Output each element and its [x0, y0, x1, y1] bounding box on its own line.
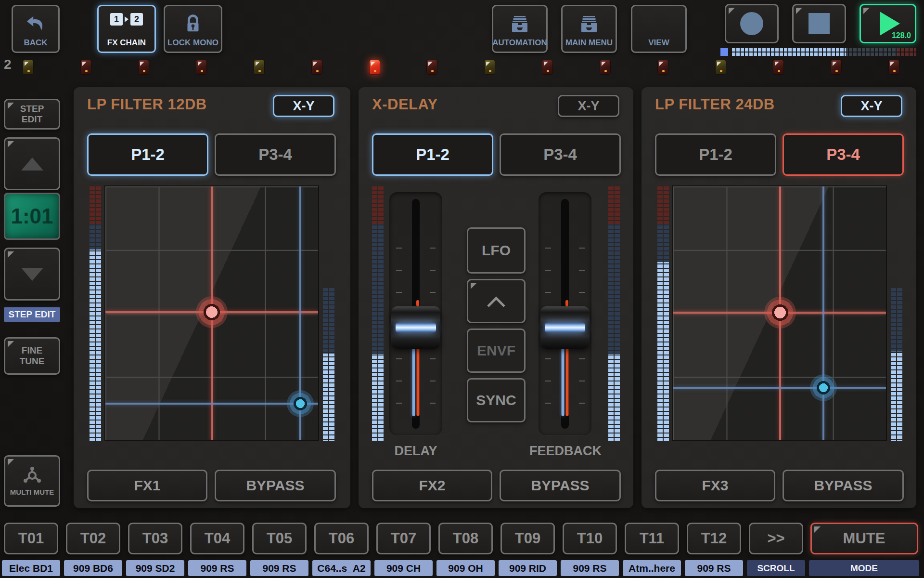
- track-sample-chip[interactable]: 909 SD2: [126, 560, 184, 576]
- panel1-p12-button[interactable]: P1-2: [87, 133, 208, 176]
- track-button[interactable]: T04: [190, 523, 244, 554]
- automation-label: AUTOMATION: [492, 38, 547, 48]
- track-cell: T02 909 BD6: [64, 523, 122, 576]
- track-led[interactable]: [484, 60, 495, 75]
- view-button[interactable]: VIEW: [631, 5, 687, 53]
- fx-panel-3: LP FILTER 24DB X-Y P1-2 P3-4 FX3 BYP: [642, 87, 916, 508]
- multi-mute-button[interactable]: MULTI MUTE: [4, 455, 60, 507]
- panel3-xy-button[interactable]: X-Y: [841, 95, 902, 117]
- blue-puck[interactable]: [810, 374, 837, 401]
- fx-chain-label: FX CHAIN: [107, 38, 146, 48]
- track-led[interactable]: [311, 60, 322, 75]
- track-button[interactable]: T10: [563, 523, 617, 554]
- envf-button[interactable]: ENVF: [467, 328, 526, 373]
- panel1-bypass-button[interactable]: BYPASS: [215, 470, 336, 501]
- feedback-slider[interactable]: [539, 192, 591, 435]
- lfo-button[interactable]: LFO: [467, 227, 526, 274]
- track-led[interactable]: [138, 60, 149, 75]
- track-led[interactable]: [600, 60, 611, 75]
- fine-tune-button[interactable]: FINE TUNE: [4, 337, 60, 375]
- panel2-xy-button[interactable]: X-Y: [558, 95, 619, 117]
- track-led[interactable]: [715, 60, 726, 75]
- feedback-slider-handle[interactable]: [540, 306, 590, 349]
- position-strip[interactable]: [720, 48, 916, 56]
- track-sample-chip[interactable]: 909 OH: [436, 560, 495, 576]
- track-led[interactable]: [888, 60, 899, 75]
- panel2-bypass-button[interactable]: BYPASS: [500, 470, 621, 501]
- track-led[interactable]: [196, 60, 207, 75]
- panel3-fx-button[interactable]: FX3: [655, 470, 775, 501]
- track-led[interactable]: [369, 60, 380, 75]
- sync-button[interactable]: SYNC: [467, 378, 526, 422]
- track-sample-chip[interactable]: Atm..here: [623, 560, 681, 576]
- lock-mono-button[interactable]: LOCK MONO: [164, 5, 222, 53]
- track-sample-chip[interactable]: C64..s_A2: [312, 560, 371, 576]
- step-edit-label: STEP EDIT: [15, 104, 49, 125]
- back-arrow-icon: [13, 13, 58, 35]
- scroll-right-button[interactable]: >>: [749, 523, 803, 554]
- red-puck[interactable]: [764, 297, 796, 328]
- slider-value-lines: [562, 348, 569, 416]
- pattern-number: 2: [4, 57, 12, 72]
- panel3-p12-button[interactable]: P1-2: [655, 133, 776, 176]
- stop-button[interactable]: [792, 4, 846, 43]
- track-led[interactable]: [542, 60, 553, 75]
- lfo-shape-button[interactable]: [467, 279, 526, 323]
- track-button[interactable]: T08: [438, 523, 493, 554]
- mute-button[interactable]: MUTE: [810, 523, 918, 554]
- track-button[interactable]: T05: [252, 523, 307, 554]
- panel1-xy-button[interactable]: X-Y: [273, 95, 334, 117]
- panel2-fx-button[interactable]: FX2: [372, 470, 492, 501]
- panel3-xy-pad[interactable]: [672, 185, 887, 441]
- arrow-down-icon: [21, 268, 43, 281]
- track-led[interactable]: [657, 60, 668, 75]
- play-button[interactable]: 128.0: [860, 4, 916, 43]
- track-sample-chip[interactable]: Elec BD1: [2, 560, 60, 576]
- panel1-p34-button[interactable]: P3-4: [215, 133, 336, 176]
- track-button[interactable]: T06: [314, 523, 369, 554]
- record-button[interactable]: [725, 4, 779, 43]
- panel1-fx-button[interactable]: FX1: [87, 470, 207, 501]
- track-button[interactable]: T03: [128, 523, 182, 554]
- back-button[interactable]: BACK: [12, 5, 60, 53]
- track-sample-chip[interactable]: 909 RS: [250, 560, 308, 576]
- track-button[interactable]: T01: [4, 523, 58, 554]
- multi-mute-icon: [21, 466, 44, 486]
- fx-chain-button[interactable]: 12 FX CHAIN: [97, 5, 156, 53]
- mode-chip: MODE: [809, 560, 919, 576]
- feedback-label: FEEDBACK: [503, 444, 628, 459]
- main-menu-button[interactable]: MAIN MENU: [561, 5, 617, 53]
- triangle-wave-icon: [485, 293, 508, 309]
- track-sample-chip[interactable]: 909 RID: [499, 560, 557, 576]
- panel2-p34-button[interactable]: P3-4: [500, 133, 621, 176]
- scroll-cell: >> SCROLL: [747, 523, 805, 576]
- track-button[interactable]: T02: [66, 523, 120, 554]
- track-led[interactable]: [426, 60, 437, 75]
- step-down-button[interactable]: [4, 248, 60, 301]
- track-sample-chip[interactable]: 909 RS: [561, 560, 619, 576]
- delay-slider[interactable]: [389, 192, 442, 435]
- panel3-p34-button[interactable]: P3-4: [783, 133, 904, 176]
- track-sample-chip[interactable]: 909 RS: [188, 560, 246, 576]
- track-led[interactable]: [254, 60, 265, 75]
- track-sample-chip[interactable]: 909 RS: [685, 560, 743, 576]
- track-button[interactable]: T07: [376, 523, 431, 554]
- track-button[interactable]: T11: [625, 523, 679, 554]
- track-button[interactable]: T12: [687, 523, 741, 554]
- panel3-bypass-button[interactable]: BYPASS: [783, 470, 904, 501]
- step-up-button[interactable]: [4, 137, 60, 190]
- track-sample-chip[interactable]: 909 BD6: [64, 560, 122, 576]
- track-sample-chip[interactable]: 909 CH: [374, 560, 433, 576]
- red-puck[interactable]: [196, 296, 228, 328]
- track-button[interactable]: T09: [500, 523, 555, 554]
- blue-puck[interactable]: [287, 390, 314, 417]
- track-led[interactable]: [773, 60, 784, 75]
- step-edit-button[interactable]: STEP EDIT: [4, 99, 60, 130]
- track-led[interactable]: [23, 60, 34, 75]
- panel2-p12-button[interactable]: P1-2: [372, 133, 493, 176]
- delay-slider-handle[interactable]: [391, 306, 440, 349]
- track-led[interactable]: [831, 60, 842, 75]
- panel1-xy-pad[interactable]: [104, 185, 319, 441]
- track-led[interactable]: [80, 60, 91, 75]
- automation-button[interactable]: AUTOMATION: [492, 5, 548, 53]
